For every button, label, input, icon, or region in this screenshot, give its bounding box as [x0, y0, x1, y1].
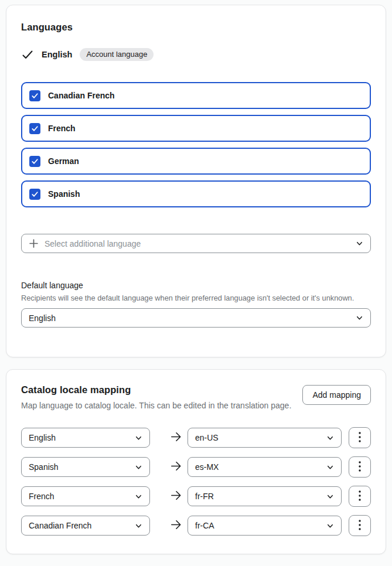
mapping-locale-select[interactable]: en-US [188, 428, 342, 448]
arrow-right-icon [169, 430, 183, 446]
language-row-label: German [48, 156, 79, 166]
mapping-locale-select[interactable]: es-MX [188, 457, 342, 477]
chevron-down-icon [326, 463, 334, 471]
mapping-row-menu-button[interactable] [349, 486, 371, 507]
account-language-row: English Account language [21, 47, 371, 62]
checkbox-checked-icon[interactable] [29, 90, 40, 101]
language-row-french[interactable]: French [21, 115, 371, 142]
mapping-language-select[interactable]: French [21, 486, 150, 506]
catalog-header-texts: Catalog locale mapping Map language to c… [21, 384, 294, 412]
mapping-locale-value: fr-CA [195, 521, 326, 530]
languages-card-title: Languages [21, 21, 371, 33]
arrow-zone [150, 489, 188, 504]
default-language-label: Default language [21, 280, 371, 291]
catalog-card-title: Catalog locale mapping [21, 384, 294, 395]
catalog-card-description: Map language to catalog locale. This can… [21, 400, 294, 412]
language-row-label: Spanish [48, 189, 80, 199]
arrow-right-icon [169, 518, 183, 534]
chevron-down-icon [326, 434, 334, 442]
kebab-icon [359, 432, 361, 444]
mapping-row-menu-button[interactable] [349, 427, 371, 448]
mapping-language-value: Spanish [29, 462, 135, 472]
add-language-select[interactable]: Select additional language [21, 234, 371, 253]
chevron-down-icon [356, 314, 363, 322]
mapping-language-select[interactable]: Spanish [21, 457, 150, 477]
kebab-icon [359, 520, 361, 532]
chevron-down-icon [326, 522, 334, 530]
mapping-row-spanish: Spanish es-MX [21, 456, 371, 478]
language-row-spanish[interactable]: Spanish [21, 180, 371, 207]
add-language-placeholder: Select additional language [45, 239, 350, 248]
mapping-language-value: French [29, 492, 135, 501]
arrow-zone [150, 459, 188, 475]
language-row-label: Canadian French [48, 91, 115, 100]
arrow-zone [150, 518, 188, 534]
mapping-row-english: English en-US [21, 427, 371, 448]
mapping-language-value: English [29, 433, 135, 442]
mapping-language-select[interactable]: English [21, 428, 150, 448]
mapping-row-canadian-french: Canadian French fr-CA [21, 515, 371, 536]
chevron-down-icon [135, 463, 142, 471]
language-row-canadian-french[interactable]: Canadian French [21, 82, 371, 109]
plus-icon [29, 238, 39, 248]
arrow-right-icon [169, 459, 183, 475]
arrow-zone [150, 430, 188, 446]
checkbox-checked-icon[interactable] [29, 123, 40, 134]
mapping-row-menu-button[interactable] [349, 515, 371, 536]
chevron-down-icon [326, 493, 334, 500]
catalog-locale-mapping-card: Catalog locale mapping Map language to c… [6, 369, 386, 554]
checkbox-checked-icon[interactable] [29, 156, 40, 167]
default-language-help-text: Recipients will see the default language… [21, 294, 371, 303]
mapping-locale-value: es-MX [195, 462, 326, 472]
selected-languages-list: Canadian French French German Spanish [21, 82, 371, 207]
default-language-value: English [29, 313, 356, 323]
mapping-locale-select[interactable]: fr-FR [188, 486, 342, 506]
mapping-list: English en-US Spanish es-MX [21, 427, 371, 536]
mapping-locale-select[interactable]: fr-CA [188, 516, 342, 536]
account-language-badge: Account language [80, 48, 154, 61]
checkbox-checked-icon[interactable] [29, 189, 40, 200]
language-row-german[interactable]: German [21, 148, 371, 175]
mapping-row-menu-button[interactable] [349, 456, 371, 478]
default-language-section: Default language Recipients will see the… [21, 280, 371, 328]
arrow-right-icon [169, 489, 183, 504]
mapping-language-value: Canadian French [29, 521, 135, 530]
language-row-label: French [48, 124, 76, 133]
default-language-select[interactable]: English [21, 308, 371, 328]
kebab-icon [359, 461, 361, 473]
kebab-icon [359, 490, 361, 503]
mapping-language-select[interactable]: Canadian French [21, 516, 150, 536]
mapping-locale-value: fr-FR [195, 492, 326, 501]
languages-card: Languages English Account language Canad… [6, 5, 386, 357]
mapping-locale-value: en-US [195, 433, 326, 442]
check-icon [21, 48, 34, 61]
chevron-down-icon [135, 434, 142, 442]
chevron-down-icon [356, 240, 363, 247]
account-language-name: English [42, 50, 72, 59]
mapping-row-french: French fr-FR [21, 486, 371, 507]
catalog-card-header: Catalog locale mapping Map language to c… [21, 384, 371, 412]
chevron-down-icon [135, 493, 142, 500]
add-mapping-button[interactable]: Add mapping [302, 385, 371, 405]
chevron-down-icon [135, 522, 142, 530]
